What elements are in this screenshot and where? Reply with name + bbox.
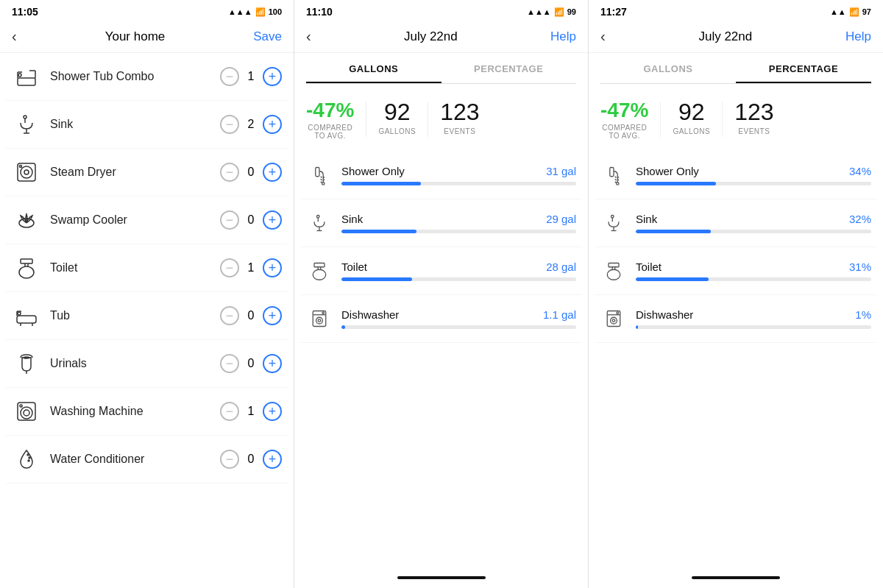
usage-item-sink: Sink 29 gal — [300, 199, 582, 247]
signal-icon: ▲▲▲ — [228, 7, 252, 16]
usage-details-sink: Sink 29 gal — [341, 213, 576, 233]
usage-bar-fill-toilet — [341, 277, 412, 281]
counter-sink: − 2 + — [220, 115, 282, 134]
decrement-toilet[interactable]: − — [220, 258, 239, 277]
time-1: 11:05 — [12, 6, 38, 18]
appliance-name-toilet: Toilet — [50, 261, 220, 274]
svg-point-16 — [19, 266, 34, 278]
increment-steam-dryer[interactable]: + — [263, 163, 282, 182]
usage-item-sink: Sink 32% — [595, 199, 877, 247]
appliance-item-steam-dryer: Steam Dryer − 0 + — [6, 149, 288, 196]
increment-water-conditioner[interactable]: + — [263, 450, 282, 469]
status-icons-1: ▲▲▲ 📶 100 — [228, 7, 282, 17]
svg-rect-37 — [316, 168, 319, 177]
stat-events-label: EVENTS — [440, 127, 479, 135]
appliance-name-shower-tub-combo: Shower Tub Combo — [50, 70, 220, 83]
usage-bar-bg-toilet — [341, 277, 576, 281]
appliance-name-swamp-cooler: Swamp Cooler — [50, 213, 220, 227]
battery-icon-3: 97 — [862, 7, 871, 16]
usage-details-dishwasher: Dishwasher 1% — [636, 308, 871, 329]
appliance-item-water-conditioner: Water Conditioner − 0 + — [6, 436, 288, 483]
nav-bar-3: ‹ July 22nd Help — [589, 21, 883, 53]
sink-icon — [12, 110, 41, 139]
stat-gallons: 92 GALLONS — [673, 99, 710, 135]
nav-title-3: July 22nd — [698, 29, 752, 44]
stat-sep-1 — [660, 102, 661, 137]
decrement-shower-tub-combo[interactable]: − — [220, 67, 239, 86]
usage-name-row-sink: Sink 32% — [636, 213, 871, 225]
decrement-swamp-cooler[interactable]: − — [220, 210, 239, 230]
shower-tub-icon — [12, 62, 41, 91]
back-button-1[interactable]: ‹ — [12, 28, 17, 45]
usage-bar-fill-sink — [636, 230, 711, 233]
stat-compared-label: COMPAREDTO AVG. — [600, 124, 648, 140]
appliance-item-sink: Sink − 2 + — [6, 101, 288, 149]
back-button-3[interactable]: ‹ — [600, 28, 606, 45]
usage-amount-shower-only: 34% — [849, 165, 871, 177]
dishwasher-icon — [306, 305, 333, 332]
usage-bar-bg-dishwasher — [636, 325, 871, 329]
status-bar-2: 11:10 ▲▲▲ 📶 99 — [294, 0, 588, 21]
svg-point-44 — [313, 269, 326, 280]
appliance-item-swamp-cooler: Swamp Cooler − 0 + — [6, 196, 288, 244]
usage-item-dishwasher: Dishwasher 1% — [595, 295, 877, 343]
panel-home-setup: 11:05 ▲▲▲ 📶 100 ‹ Your home Save Shower … — [0, 0, 294, 588]
help-button-3[interactable]: Help — [845, 29, 871, 44]
time-3: 11:27 — [600, 6, 627, 18]
usage-amount-sink: 29 gal — [546, 213, 576, 225]
usage-name-row-toilet: Toilet 28 gal — [341, 261, 576, 273]
usage-amount-dishwasher: 1% — [855, 308, 871, 321]
counter-shower-tub-combo: − 1 + — [220, 67, 282, 86]
tab-percentage[interactable]: PERCENTAGE — [736, 53, 871, 83]
svg-point-31 — [21, 407, 32, 419]
counter-steam-dryer: − 0 + — [220, 163, 282, 182]
stat-gallons: 92 GALLONS — [378, 99, 416, 135]
usage-name-shower-only: Shower Only — [341, 165, 405, 177]
save-button[interactable]: Save — [253, 29, 282, 44]
status-icons-2: ▲▲▲ 📶 99 — [527, 7, 576, 17]
increment-tub[interactable]: + — [263, 306, 282, 325]
increment-sink[interactable]: + — [263, 115, 282, 134]
decrement-urinals[interactable]: − — [220, 354, 239, 373]
nav-title-1: Your home — [105, 29, 166, 44]
stat-gallons-label: GALLONS — [673, 127, 710, 135]
svg-point-34 — [27, 454, 29, 456]
increment-toilet[interactable]: + — [263, 258, 282, 277]
appliance-name-steam-dryer: Steam Dryer — [50, 166, 220, 179]
decrement-sink[interactable]: − — [220, 115, 239, 134]
decrement-tub[interactable]: − — [220, 306, 239, 325]
svg-point-53 — [617, 183, 620, 185]
appliance-item-washing-machine: Washing Machine − 1 + — [6, 388, 288, 436]
stat-events-value: 123 — [734, 99, 773, 126]
usage-name-toilet: Toilet — [636, 261, 662, 273]
usage-bar-fill-dishwasher — [636, 325, 638, 329]
tab-percentage[interactable]: PERCENTAGE — [442, 53, 577, 83]
stat-events-value: 123 — [440, 99, 479, 126]
tab-gallons[interactable]: GALLONS — [600, 53, 736, 83]
decrement-steam-dryer[interactable]: − — [220, 163, 239, 182]
svg-rect-43 — [314, 263, 325, 267]
increment-washing-machine[interactable]: + — [263, 402, 282, 421]
tab-gallons[interactable]: GALLONS — [306, 53, 442, 83]
back-button-2[interactable]: ‹ — [306, 28, 311, 45]
stat-events: 123 EVENTS — [734, 99, 773, 135]
nav-bar-2: ‹ July 22nd Help — [294, 21, 588, 53]
usage-bar-bg-shower-only — [341, 182, 576, 185]
appliance-item-shower-tub-combo: Shower Tub Combo − 1 + — [6, 53, 288, 101]
wifi-icon-2: 📶 — [554, 7, 564, 17]
help-button-2[interactable]: Help — [550, 29, 576, 44]
increment-shower-tub-combo[interactable]: + — [263, 67, 282, 86]
decrement-washing-machine[interactable]: − — [220, 402, 239, 421]
usage-bar-fill-sink — [341, 230, 416, 233]
usage-name-dishwasher: Dishwasher — [341, 308, 399, 321]
usage-name-row-sink: Sink 29 gal — [341, 213, 576, 225]
increment-swamp-cooler[interactable]: + — [263, 210, 282, 230]
appliance-name-tub: Tub — [50, 309, 220, 322]
decrement-water-conditioner[interactable]: − — [220, 450, 239, 469]
usage-details-shower-only: Shower Only 34% — [636, 165, 871, 185]
stat-compared: -47% COMPAREDTO AVG. — [306, 99, 354, 140]
usage-bar-fill-shower-only — [636, 182, 716, 185]
appliance-name-water-conditioner: Water Conditioner — [50, 453, 220, 466]
count-toilet: 1 — [247, 261, 255, 274]
increment-urinals[interactable]: + — [263, 354, 282, 373]
